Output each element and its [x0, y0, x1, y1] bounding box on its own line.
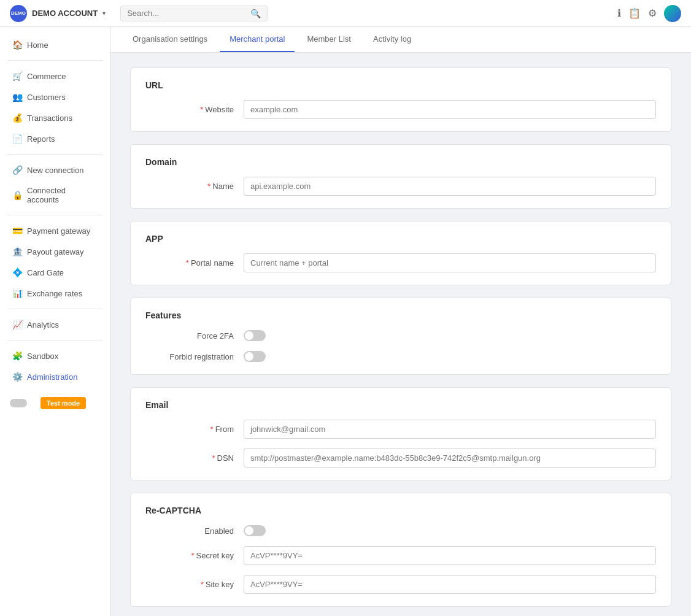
required-marker: * [191, 551, 195, 560]
secret-key-input[interactable] [244, 546, 656, 565]
required-marker: * [201, 580, 204, 589]
tab-merchant[interactable]: Merchant portal [220, 27, 295, 52]
sidebar-divider-1 [7, 60, 102, 61]
sidebar-item-administration[interactable]: ⚙️ Administration [2, 367, 107, 387]
commerce-icon: 🛒 [12, 71, 22, 81]
sidebar-item-label: Transactions [27, 114, 72, 123]
tab-member-list[interactable]: Member List [297, 27, 361, 52]
sidebar-item-label: Payout gateway [27, 247, 84, 256]
account-name: DEMO ACCOUNT [32, 9, 98, 18]
sidebar-item-label: Home [27, 40, 48, 50]
forbid-registration-label: Forbid registration [145, 352, 244, 361]
sandbox-icon: 🧩 [12, 351, 22, 361]
avatar[interactable] [664, 5, 681, 22]
sidebar-item-transactions[interactable]: 💰 Transactions [2, 108, 107, 128]
search-bar: 🔍 [120, 6, 268, 21]
tab-organisation[interactable]: Organisation settings [123, 27, 217, 52]
from-input[interactable] [244, 420, 656, 439]
secret-key-label: *Secret key [145, 551, 244, 560]
email-section-title: Email [145, 400, 656, 410]
recaptcha-enabled-toggle-wrap [244, 525, 266, 536]
dsn-input[interactable] [244, 449, 656, 468]
sidebar-item-payout-gateway[interactable]: 🏦 Payout gateway [2, 242, 107, 261]
tabs: Organisation settings Merchant portal Me… [110, 27, 691, 53]
form-area: URL *Website Domain *Name [110, 53, 691, 616]
home-icon: 🏠 [12, 40, 22, 50]
force-2fa-toggle-wrap [244, 330, 266, 341]
logo: DEMO [10, 5, 27, 22]
sidebar-divider-3 [7, 215, 102, 215]
domain-section: Domain *Name [130, 144, 671, 209]
sidebar-divider-5 [7, 340, 102, 341]
sidebar-item-card-gate[interactable]: 💠 Card Gate [2, 263, 107, 282]
features-section: Features Force 2FA Forbid registration [130, 298, 671, 375]
customers-icon: 👥 [12, 92, 22, 102]
administration-icon: ⚙️ [12, 372, 22, 382]
domain-name-input[interactable] [244, 177, 656, 196]
sidebar-item-label: Sandbox [27, 352, 58, 361]
sidebar-item-home[interactable]: 🏠 Home [2, 35, 107, 55]
settings-icon[interactable]: ⚙ [648, 7, 657, 19]
website-label: *Website [145, 105, 244, 114]
sidebar-divider-4 [7, 309, 102, 309]
sidebar-item-label: Card Gate [27, 268, 64, 277]
docs-icon[interactable]: 📋 [628, 7, 641, 19]
sidebar-item-reports[interactable]: 📄 Reports [2, 129, 107, 148]
website-row: *Website [145, 100, 656, 119]
transactions-icon: 💰 [12, 113, 22, 123]
email-section: Email *From *DSN [130, 387, 671, 480]
sidebar-item-label: Exchange rates [27, 289, 82, 298]
reports-icon: 📄 [12, 134, 22, 144]
tab-activity-log[interactable]: Activity log [363, 27, 421, 52]
site-key-row: *Site key [145, 575, 656, 594]
sidebar-item-exchange-rates[interactable]: 📊 Exchange rates [2, 283, 107, 303]
sidebar-item-new-connection[interactable]: 🔗 New connection [2, 160, 107, 180]
sidebar-item-payment-gateway[interactable]: 💳 Payment gateway [2, 221, 107, 241]
search-input[interactable] [127, 9, 247, 18]
recaptcha-enabled-label: Enabled [145, 526, 244, 536]
sidebar-item-label: Customers [27, 93, 66, 102]
connected-accounts-icon: 🔒 [12, 190, 22, 200]
sidebar-divider-2 [7, 154, 102, 155]
main: Organisation settings Merchant portal Me… [110, 27, 691, 616]
test-mode-toggle[interactable] [10, 399, 27, 407]
sidebar-item-sandbox[interactable]: 🧩 Sandbox [2, 346, 107, 366]
from-row: *From [145, 420, 656, 439]
forbid-registration-toggle[interactable] [244, 351, 266, 362]
sidebar: 🏠 Home 🛒 Commerce 👥 Customers 💰 Transact… [0, 27, 110, 616]
sidebar-item-analytics[interactable]: 📈 Analytics [2, 315, 107, 334]
required-marker: * [210, 425, 214, 434]
sidebar-item-customers[interactable]: 👥 Customers [2, 87, 107, 107]
recaptcha-enabled-row: Enabled [145, 525, 656, 536]
topbar: DEMO DEMO ACCOUNT ▾ 🔍 ℹ 📋 ⚙ [0, 0, 691, 27]
payment-gateway-icon: 💳 [12, 226, 22, 236]
sidebar-item-label: Administration [27, 372, 77, 382]
url-section-title: URL [145, 80, 656, 90]
recaptcha-enabled-toggle[interactable] [244, 525, 266, 536]
sidebar-item-connected-accounts[interactable]: 🔒 Connected accounts [2, 181, 107, 209]
portal-name-input[interactable] [244, 253, 656, 272]
sidebar-item-label: Commerce [27, 72, 66, 81]
force-2fa-row: Force 2FA [145, 330, 656, 341]
search-icon: 🔍 [250, 9, 261, 18]
domain-name-label: *Name [145, 182, 244, 191]
domain-name-row: *Name [145, 177, 656, 196]
test-mode-button[interactable]: Test mode [41, 397, 86, 409]
forbid-registration-row: Forbid registration [145, 351, 656, 362]
force-2fa-toggle[interactable] [244, 330, 266, 341]
analytics-icon: 📈 [12, 320, 22, 329]
sidebar-item-label: New connection [27, 166, 84, 175]
sidebar-item-commerce[interactable]: 🛒 Commerce [2, 66, 107, 86]
features-section-title: Features [145, 310, 656, 320]
site-key-input[interactable] [244, 575, 656, 594]
layout: 🏠 Home 🛒 Commerce 👥 Customers 💰 Transact… [0, 27, 691, 616]
site-key-label: *Site key [145, 580, 244, 589]
sidebar-item-label: Reports [27, 134, 55, 144]
topbar-right: ℹ 📋 ⚙ [617, 5, 681, 22]
exchange-rates-icon: 📊 [12, 288, 22, 298]
info-icon[interactable]: ℹ [617, 7, 621, 19]
secret-key-row: *Secret key [145, 546, 656, 565]
website-input[interactable] [244, 100, 656, 119]
sidebar-item-label: Connected accounts [27, 186, 98, 204]
chevron-down-icon[interactable]: ▾ [102, 10, 106, 17]
